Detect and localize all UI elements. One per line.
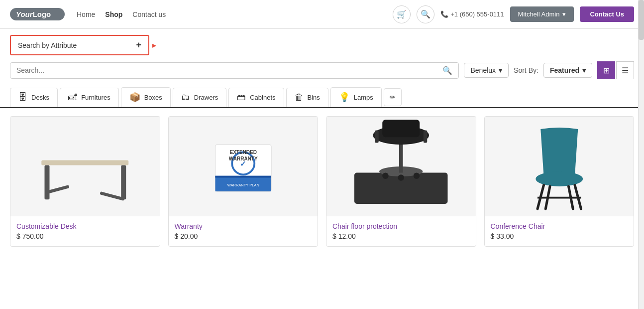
category-tab-desks[interactable]: 🗄 Desks xyxy=(10,88,58,107)
product-info-chair: Conference Chair $ 33.00 xyxy=(485,216,634,246)
svg-rect-20 xyxy=(375,131,379,143)
svg-rect-0 xyxy=(23,117,147,216)
search-button[interactable]: 🔍 xyxy=(417,5,434,23)
drawers-icon: 🗂 xyxy=(181,92,190,103)
category-tabs: 🗄 Desks 🛋 Furnitures 📦 Boxes 🗂 Drawers 🗃… xyxy=(0,83,644,108)
search-box[interactable]: 🔍 xyxy=(10,62,459,79)
list-view-icon: ☰ xyxy=(622,66,629,75)
svg-rect-1 xyxy=(41,160,128,165)
svg-rect-9 xyxy=(215,176,271,178)
svg-text:WARRANTY: WARRANTY xyxy=(228,156,257,161)
product-price-desk: $ 750.00 xyxy=(16,232,154,240)
logo-text: YourLogo xyxy=(16,10,51,18)
product-price-mat: $ 12.00 xyxy=(332,232,470,240)
cabinets-icon: 🗃 xyxy=(237,92,246,103)
category-tab-bins[interactable]: 🗑 Bins xyxy=(286,88,328,107)
products-section: Customizable Desk $ 750.00 ✓ EXTEN xyxy=(0,108,644,255)
nav-shop[interactable]: Shop xyxy=(105,10,122,18)
admin-menu-button[interactable]: Mitchell Admin ▾ xyxy=(510,6,574,22)
product-card-chair[interactable]: Conference Chair $ 33.00 xyxy=(484,116,635,247)
products-grid: Customizable Desk $ 750.00 ✓ EXTEN xyxy=(10,116,634,247)
search-by-attribute-box[interactable]: Search by Attribute + xyxy=(10,35,149,55)
svg-rect-22 xyxy=(382,120,420,137)
furnitures-icon: 🛋 xyxy=(68,92,77,103)
more-icon: ✏ xyxy=(390,93,396,101)
product-info-mat: Chair floor protection $ 12.00 xyxy=(326,216,476,246)
product-card-desk[interactable]: Customizable Desk $ 750.00 xyxy=(10,116,160,247)
sort-dropdown[interactable]: Featured ▾ xyxy=(543,63,592,78)
product-name-chair: Conference Chair xyxy=(491,222,628,230)
header: YourLogo Home Shop Contact us 🛒 🔍 📞 +1 (… xyxy=(0,0,644,29)
contact-us-button[interactable]: Contact Us xyxy=(580,6,634,22)
nav-home[interactable]: Home xyxy=(77,10,95,18)
boxes-label: Boxes xyxy=(144,94,162,101)
product-card-mat[interactable]: Chair floor protection $ 12.00 xyxy=(326,116,476,247)
grid-view-icon: ⊞ xyxy=(603,66,610,75)
admin-label: Mitchell Admin xyxy=(518,10,560,18)
category-tab-lamps[interactable]: 💡 Lamps xyxy=(330,87,382,107)
view-toggle: ⊞ ☰ xyxy=(597,61,634,79)
svg-rect-3 xyxy=(121,165,126,200)
desks-label: Desks xyxy=(31,94,49,101)
category-tab-cabinets[interactable]: 🗃 Cabinets xyxy=(228,88,284,107)
sort-dropdown-icon: ▾ xyxy=(582,66,586,74)
desks-icon: 🗄 xyxy=(18,92,27,103)
grid-view-button[interactable]: ⊞ xyxy=(597,61,615,79)
search-icon: 🔍 xyxy=(421,9,430,19)
filter-bar: 🔍 Benelux ▾ Sort By: Featured ▾ ⊞ ☰ xyxy=(0,57,644,83)
list-view-button[interactable]: ☰ xyxy=(616,61,634,79)
admin-dropdown-icon: ▾ xyxy=(562,10,566,18)
category-tab-boxes[interactable]: 📦 Boxes xyxy=(121,87,171,107)
product-image-desk xyxy=(10,117,160,216)
attr-plus-icon: + xyxy=(136,40,141,50)
sort-value: Featured xyxy=(550,66,579,74)
furnitures-label: Furnitures xyxy=(81,94,110,101)
cart-button[interactable]: 🛒 xyxy=(393,5,411,23)
category-tab-furnitures[interactable]: 🛋 Furnitures xyxy=(60,88,119,107)
svg-rect-2 xyxy=(45,165,50,200)
product-name-warranty: Warranty xyxy=(175,222,312,230)
attr-indicator: ▸ xyxy=(152,40,156,50)
product-price-warranty: $ 20.00 xyxy=(175,232,312,240)
drawers-label: Drawers xyxy=(194,94,218,101)
region-dropdown[interactable]: Benelux ▾ xyxy=(464,63,509,78)
nav-contact[interactable]: Contact us xyxy=(132,10,166,18)
attr-label: Search by Attribute xyxy=(18,41,77,49)
svg-point-25 xyxy=(414,173,420,179)
product-name-mat: Chair floor protection xyxy=(332,222,470,230)
svg-point-23 xyxy=(382,173,389,179)
region-label: Benelux xyxy=(470,66,496,74)
product-info-warranty: Warranty $ 20.00 xyxy=(169,216,318,246)
category-tab-drawers[interactable]: 🗂 Drawers xyxy=(173,88,226,107)
product-name-desk: Customizable Desk xyxy=(16,222,154,230)
attr-section: Search by Attribute + ▸ xyxy=(0,29,644,57)
main-nav: Home Shop Contact us xyxy=(77,10,166,18)
search-input[interactable] xyxy=(16,66,442,74)
bins-icon: 🗑 xyxy=(295,92,304,103)
phone-label: 📞 +1 (650) 555-0111 xyxy=(440,10,504,18)
boxes-icon: 📦 xyxy=(129,92,140,103)
logo[interactable]: YourLogo xyxy=(10,8,65,20)
svg-rect-21 xyxy=(424,131,428,143)
product-price-chair: $ 33.00 xyxy=(491,232,628,240)
search-icon-inline[interactable]: 🔍 xyxy=(442,66,452,75)
lamps-label: Lamps xyxy=(354,94,373,101)
cart-icon: 🛒 xyxy=(397,9,407,19)
svg-point-27 xyxy=(536,171,583,186)
svg-text:WARRANTY PLAN: WARRANTY PLAN xyxy=(227,183,259,187)
product-card-warranty[interactable]: ✓ EXTENDED WARRANTY WARRANTY PLAN Warran… xyxy=(168,116,319,247)
scrollbar-thumb[interactable] xyxy=(639,0,644,40)
cabinets-label: Cabinets xyxy=(250,94,275,101)
svg-point-24 xyxy=(398,174,405,181)
lamps-icon: 💡 xyxy=(339,92,350,103)
bins-label: Bins xyxy=(308,94,320,101)
scrollbar-track xyxy=(638,0,644,255)
region-dropdown-icon: ▾ xyxy=(499,66,502,74)
phone-number: +1 (650) 555-0111 xyxy=(450,10,504,18)
product-image-mat xyxy=(326,117,476,216)
sort-by-label: Sort By: xyxy=(514,66,538,74)
product-image-warranty: ✓ EXTENDED WARRANTY WARRANTY PLAN xyxy=(169,117,318,216)
product-image-chair xyxy=(485,117,634,216)
svg-text:EXTENDED: EXTENDED xyxy=(229,150,256,155)
categories-more-button[interactable]: ✏ xyxy=(384,88,402,106)
